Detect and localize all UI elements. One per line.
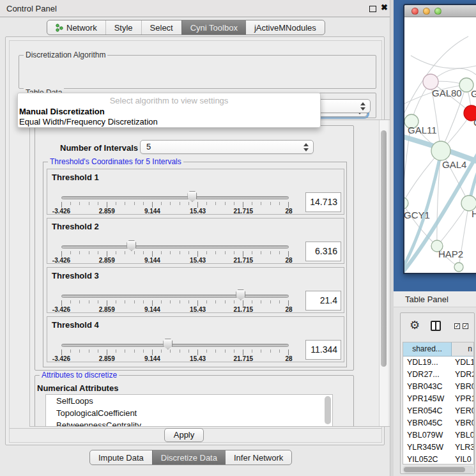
table-row[interactable]: YIL052CYIL0 bbox=[403, 454, 473, 464]
checkbox-icon[interactable]: ✓ bbox=[454, 323, 460, 329]
tab-select[interactable]: Select bbox=[141, 20, 181, 35]
horizontal-scrollbar[interactable] bbox=[403, 466, 474, 473]
table-cell[interactable]: YIL052C bbox=[403, 454, 452, 464]
table-cell[interactable]: YLR3 bbox=[452, 441, 473, 454]
tab-style[interactable]: Style bbox=[105, 20, 141, 35]
table-cell[interactable]: YBR0 bbox=[452, 381, 473, 393]
slider-scale-label: 28 bbox=[285, 257, 292, 264]
table-row[interactable]: YDR27...YDR2 bbox=[403, 369, 473, 381]
minimize-traffic-light-icon[interactable] bbox=[423, 8, 430, 15]
vertical-scrollbar[interactable] bbox=[379, 120, 388, 427]
group-title: Discretization Algorithm bbox=[24, 50, 107, 59]
table-cell[interactable]: YBR045C bbox=[403, 417, 452, 429]
tab-label: Style bbox=[114, 23, 133, 33]
node-gcy1[interactable] bbox=[404, 197, 408, 209]
slider-scale-label: 15.43 bbox=[190, 257, 206, 264]
threshold-slider[interactable]: -3.4262.8599.14415.4321.71528 bbox=[61, 341, 289, 362]
slider-track[interactable] bbox=[61, 295, 289, 298]
number-of-intervals-combobox[interactable]: 5 bbox=[140, 140, 314, 154]
table-row[interactable]: YBL079WYBL0 bbox=[403, 429, 473, 441]
control-panel: Control Panel ✖ Network Style Select Cyn… bbox=[0, 0, 390, 476]
table-cell[interactable]: YBL0 bbox=[452, 429, 473, 441]
slider-thumb[interactable] bbox=[127, 240, 136, 251]
threshold-value-box[interactable]: 11.344 bbox=[305, 340, 341, 360]
slider-thumb[interactable] bbox=[163, 339, 173, 349]
threshold-value-box[interactable]: 14.713 bbox=[305, 192, 341, 212]
table-row[interactable]: YPR145WYPR1 bbox=[403, 393, 473, 405]
tab-impute-data[interactable]: Impute Data bbox=[90, 450, 152, 464]
algorithm-dropdown-popup: Select algorithm to view settings Manual… bbox=[17, 93, 321, 128]
scrollbar-thumb[interactable] bbox=[381, 130, 387, 367]
list-item[interactable]: TopologicalCoefficient bbox=[46, 407, 332, 419]
list-item[interactable]: SelfLoops bbox=[46, 395, 332, 407]
tab-jactivemnodules[interactable]: jActiveMNodules bbox=[246, 20, 325, 35]
network-graph: GAL80 G C GAL11 GAL4 GCY1 H HAP2 bbox=[404, 17, 476, 274]
list-scrollbar[interactable] bbox=[325, 396, 331, 424]
slider-thumb[interactable] bbox=[187, 191, 197, 202]
table-cell[interactable]: YDR27... bbox=[403, 369, 452, 381]
checkbox-icon[interactable]: ✓ bbox=[463, 323, 468, 329]
node-table-panel: ⚙ ✓ ✓ shared... n YDL19...YDL1YDR27...YD… bbox=[400, 312, 475, 474]
tab-discretize-data[interactable]: Discretize Data bbox=[152, 450, 226, 464]
network-window-titlebar[interactable] bbox=[404, 5, 476, 17]
threshold-label: Threshold 2 bbox=[52, 222, 99, 231]
gear-icon[interactable]: ⚙ bbox=[410, 318, 420, 332]
table-cell[interactable]: YDL1 bbox=[452, 357, 473, 369]
table-row[interactable]: YBR043CYBR0 bbox=[403, 381, 473, 393]
slider-scale-label: 28 bbox=[285, 306, 292, 313]
table-cell[interactable]: YBR043C bbox=[403, 381, 452, 393]
table-cell[interactable]: YDL19... bbox=[403, 357, 452, 369]
table-row[interactable]: YER054CYER0 bbox=[403, 405, 473, 417]
combo-stepper-icon bbox=[360, 102, 365, 111]
settings-scroll-area: Interval Definition Number of Intervals … bbox=[29, 119, 391, 427]
popup-option-manual-discretization[interactable]: Manual Discretization bbox=[19, 107, 105, 116]
close-traffic-light-icon[interactable] bbox=[411, 8, 418, 15]
table-cell[interactable]: YIL0 bbox=[452, 454, 473, 464]
column-header-name[interactable]: n bbox=[452, 342, 473, 356]
table-row[interactable]: YBR045CYBR0 bbox=[403, 417, 473, 429]
bottom-tab-bar: Impute Data Discretize Data Infer Networ… bbox=[89, 450, 292, 465]
table-cell[interactable]: YPR1 bbox=[452, 393, 473, 405]
tab-infer-network[interactable]: Infer Network bbox=[226, 450, 291, 464]
node[interactable] bbox=[454, 263, 463, 272]
threshold-slider[interactable]: -3.4262.8599.14415.4321.71528 bbox=[61, 194, 289, 214]
table-row[interactable]: YDL19...YDL1 bbox=[403, 357, 473, 369]
network-canvas[interactable]: GAL80 G C GAL11 GAL4 GCY1 H HAP2 bbox=[404, 17, 476, 274]
table-cell[interactable]: YBR0 bbox=[452, 417, 473, 429]
threshold-value-box[interactable]: 21.4 bbox=[305, 291, 341, 311]
close-icon[interactable]: ✖ bbox=[381, 3, 388, 12]
list-item[interactable]: BetweennessCentrality bbox=[46, 419, 332, 427]
slider-thumb[interactable] bbox=[236, 289, 245, 300]
node-label: G bbox=[471, 88, 476, 99]
threshold-slider[interactable]: -3.4262.8599.14415.4321.71528 bbox=[61, 243, 289, 263]
table-cell[interactable]: YDR2 bbox=[452, 369, 473, 381]
apply-button[interactable]: Apply bbox=[164, 428, 204, 442]
tab-cyni-toolbox[interactable]: Cyni Toolbox bbox=[181, 20, 246, 35]
table-panel-body: ⚙ ✓ ✓ shared... n YDL19...YDL1YDR27...YD… bbox=[394, 307, 476, 476]
column-header-shared-name[interactable]: shared... bbox=[403, 342, 452, 356]
zoom-traffic-light-icon[interactable] bbox=[434, 8, 441, 15]
table-cell[interactable]: YBL079W bbox=[403, 429, 452, 441]
split-panel-icon[interactable] bbox=[431, 321, 441, 331]
popup-option-equal-width[interactable]: Equal Width/Frequency Discretization bbox=[19, 117, 158, 127]
table-cell[interactable]: YER0 bbox=[452, 405, 473, 417]
node-label: C bbox=[473, 117, 476, 128]
slider-scale-label: 2.859 bbox=[99, 208, 115, 215]
slider-scale-label: -3.426 bbox=[52, 306, 70, 313]
threshold-slider[interactable]: -3.4262.8599.14415.4321.71528 bbox=[61, 292, 289, 312]
tab-network[interactable]: Network bbox=[47, 20, 105, 35]
table-cell[interactable]: YPR145W bbox=[403, 393, 452, 405]
node-gal4[interactable] bbox=[431, 141, 450, 160]
table-cell[interactable]: YER054C bbox=[403, 405, 452, 417]
numerical-attributes-list[interactable]: SelfLoops TopologicalCoefficient Between… bbox=[45, 394, 333, 427]
slider-track[interactable] bbox=[61, 245, 289, 249]
table-row[interactable]: YLR345WYLR3 bbox=[403, 441, 473, 454]
slider-track[interactable] bbox=[61, 196, 289, 199]
scrollbar-thumb[interactable] bbox=[404, 467, 465, 472]
slider-ticks bbox=[61, 251, 289, 257]
table-cell[interactable]: YLR345W bbox=[403, 441, 452, 454]
slider-track[interactable] bbox=[61, 344, 289, 347]
node-table: shared... n YDL19...YDL1YDR27...YDR2YBR0… bbox=[403, 342, 474, 464]
float-window-icon[interactable] bbox=[369, 6, 376, 12]
threshold-value-box[interactable]: 6.316 bbox=[305, 242, 341, 261]
